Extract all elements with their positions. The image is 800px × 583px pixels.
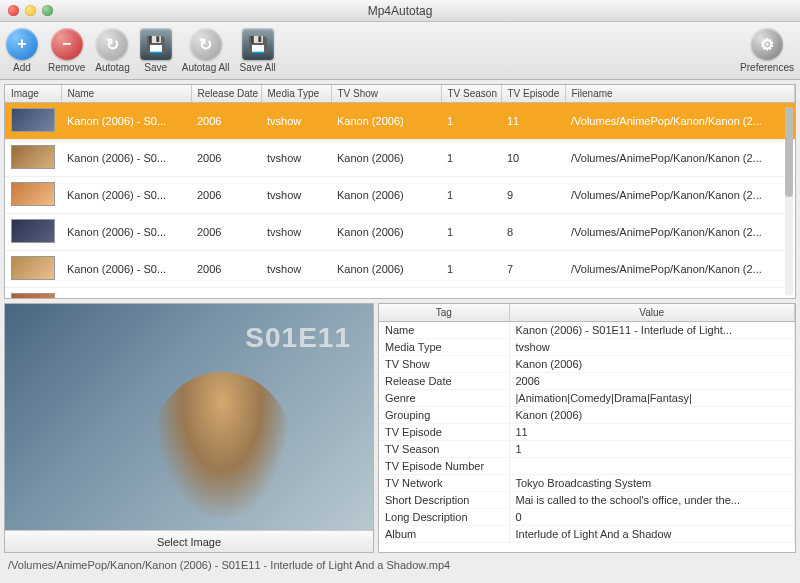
autotag-all-button[interactable]: ↻ Autotag All bbox=[182, 28, 230, 73]
toolbar: + Add − Remove ↻ Autotag 💾 Save ↻ Autota… bbox=[0, 22, 800, 80]
episode-overlay: S01E11 bbox=[245, 322, 351, 354]
cell-tv-season: 1 bbox=[441, 103, 501, 140]
tag-value[interactable]: 2006 bbox=[509, 373, 795, 390]
remove-button[interactable]: − Remove bbox=[48, 28, 85, 73]
tags-panel: Tag Value NameKanon (2006) - S01E11 - In… bbox=[378, 303, 796, 553]
preferences-button[interactable]: ⚙ Preferences bbox=[740, 28, 794, 73]
autotag-icon: ↻ bbox=[96, 28, 128, 60]
col-media-type[interactable]: Media Type bbox=[261, 85, 331, 103]
tag-value[interactable]: Kanon (2006) - S01E11 - Interlude of Lig… bbox=[509, 322, 795, 339]
tag-row[interactable]: AlbumInterlude of Light And a Shadow bbox=[379, 526, 795, 543]
col-name[interactable]: Name bbox=[61, 85, 191, 103]
add-button[interactable]: + Add bbox=[6, 28, 38, 73]
cell-release-date: 2006 bbox=[191, 251, 261, 288]
tag-key: TV Episode bbox=[379, 424, 509, 441]
table-row[interactable]: Kanon (2006) - S0...2006tvshowKanon (200… bbox=[5, 177, 795, 214]
tag-value[interactable]: Kanon (2006) bbox=[509, 356, 795, 373]
tag-row[interactable]: Media Typetvshow bbox=[379, 339, 795, 356]
col-tag[interactable]: Tag bbox=[379, 304, 509, 322]
table-row[interactable]: Kanon (2006) - S0...2006tvshowKanon (200… bbox=[5, 288, 795, 300]
col-image[interactable]: Image bbox=[5, 85, 61, 103]
cell-media-type: tvshow bbox=[261, 140, 331, 177]
tag-key: Short Description bbox=[379, 492, 509, 509]
tag-value[interactable]: Interlude of Light And a Shadow bbox=[509, 526, 795, 543]
tag-row[interactable]: Short DescriptionMai is called to the sc… bbox=[379, 492, 795, 509]
cell-filename: /Volumes/AnimePop/Kanon/Kanon (2... bbox=[565, 103, 795, 140]
cell-tv-episode: 6 bbox=[501, 288, 565, 300]
cell-media-type: tvshow bbox=[261, 288, 331, 300]
tag-value[interactable]: |Animation|Comedy|Drama|Fantasy| bbox=[509, 390, 795, 407]
tag-value[interactable] bbox=[509, 458, 795, 475]
tag-value[interactable]: Mai is called to the school's office, un… bbox=[509, 492, 795, 509]
cell-image bbox=[5, 177, 61, 214]
tag-row[interactable]: Genre|Animation|Comedy|Drama|Fantasy| bbox=[379, 390, 795, 407]
tag-value[interactable]: Tokyo Broadcasting System bbox=[509, 475, 795, 492]
tags-table[interactable]: Tag Value NameKanon (2006) - S01E11 - In… bbox=[379, 304, 795, 543]
tag-row[interactable]: Release Date2006 bbox=[379, 373, 795, 390]
table-row[interactable]: Kanon (2006) - S0...2006tvshowKanon (200… bbox=[5, 251, 795, 288]
cell-filename: /Volumes/AnimePop/Kanon/Kanon (2... bbox=[565, 177, 795, 214]
file-list-panel: Image Name Release Date Media Type TV Sh… bbox=[4, 84, 796, 299]
select-image-button[interactable]: Select Image bbox=[5, 530, 373, 552]
autotag-label: Autotag bbox=[95, 62, 129, 73]
preview-image: S01E11 bbox=[5, 304, 373, 530]
table-row[interactable]: Kanon (2006) - S0...2006tvshowKanon (200… bbox=[5, 140, 795, 177]
cell-release-date: 2006 bbox=[191, 177, 261, 214]
cell-name: Kanon (2006) - S0... bbox=[61, 251, 191, 288]
save-label: Save bbox=[144, 62, 167, 73]
tag-key: Name bbox=[379, 322, 509, 339]
thumbnail-icon bbox=[11, 256, 55, 280]
cell-media-type: tvshow bbox=[261, 214, 331, 251]
cell-tv-episode: 7 bbox=[501, 251, 565, 288]
title-bar: Mp4Autotag bbox=[0, 0, 800, 22]
cell-media-type: tvshow bbox=[261, 251, 331, 288]
preferences-label: Preferences bbox=[740, 62, 794, 73]
table-row[interactable]: Kanon (2006) - S0...2006tvshowKanon (200… bbox=[5, 103, 795, 140]
tag-row[interactable]: Long Description0 bbox=[379, 509, 795, 526]
tag-value[interactable]: Kanon (2006) bbox=[509, 407, 795, 424]
cell-name: Kanon (2006) - S0... bbox=[61, 214, 191, 251]
tag-row[interactable]: TV ShowKanon (2006) bbox=[379, 356, 795, 373]
col-tv-season[interactable]: TV Season bbox=[441, 85, 501, 103]
cell-image bbox=[5, 214, 61, 251]
col-tv-episode[interactable]: TV Episode bbox=[501, 85, 565, 103]
cell-tv-season: 1 bbox=[441, 288, 501, 300]
tag-row[interactable]: TV Season1 bbox=[379, 441, 795, 458]
tag-value[interactable]: 0 bbox=[509, 509, 795, 526]
cell-filename: /Volumes/AnimePop/Kanon/Kanon (2... bbox=[565, 214, 795, 251]
scroll-thumb[interactable] bbox=[785, 107, 793, 197]
col-tv-show[interactable]: TV Show bbox=[331, 85, 441, 103]
thumbnail-icon bbox=[11, 219, 55, 243]
save-button[interactable]: 💾 Save bbox=[140, 28, 172, 73]
save-all-button[interactable]: 💾 Save All bbox=[240, 28, 276, 73]
save-all-label: Save All bbox=[240, 62, 276, 73]
tag-row[interactable]: NameKanon (2006) - S01E11 - Interlude of… bbox=[379, 322, 795, 339]
col-release-date[interactable]: Release Date bbox=[191, 85, 261, 103]
col-value[interactable]: Value bbox=[509, 304, 795, 322]
tag-key: Album bbox=[379, 526, 509, 543]
tag-value[interactable]: tvshow bbox=[509, 339, 795, 356]
cell-release-date: 2006 bbox=[191, 288, 261, 300]
cell-name: Kanon (2006) - S0... bbox=[61, 103, 191, 140]
tag-row[interactable]: GroupingKanon (2006) bbox=[379, 407, 795, 424]
tag-row[interactable]: TV NetworkTokyo Broadcasting System bbox=[379, 475, 795, 492]
cell-filename: /Volumes/AnimePop/Kanon/Kanon (2... bbox=[565, 251, 795, 288]
tag-key: TV Show bbox=[379, 356, 509, 373]
tag-row[interactable]: TV Episode Number bbox=[379, 458, 795, 475]
col-filename[interactable]: Filename bbox=[565, 85, 795, 103]
file-list-scrollbar[interactable] bbox=[785, 107, 793, 296]
thumbnail-icon bbox=[11, 145, 55, 169]
preview-panel: S01E11 Select Image bbox=[4, 303, 374, 553]
cell-image bbox=[5, 140, 61, 177]
table-row[interactable]: Kanon (2006) - S0...2006tvshowKanon (200… bbox=[5, 214, 795, 251]
thumbnail-icon bbox=[11, 108, 55, 132]
thumbnail-icon bbox=[11, 182, 55, 206]
tag-value[interactable]: 1 bbox=[509, 441, 795, 458]
tag-row[interactable]: TV Episode11 bbox=[379, 424, 795, 441]
autotag-all-label: Autotag All bbox=[182, 62, 230, 73]
file-table[interactable]: Image Name Release Date Media Type TV Sh… bbox=[5, 85, 795, 299]
autotag-button[interactable]: ↻ Autotag bbox=[95, 28, 129, 73]
tag-key: Genre bbox=[379, 390, 509, 407]
tag-value[interactable]: 11 bbox=[509, 424, 795, 441]
gear-icon: ⚙ bbox=[751, 28, 783, 60]
